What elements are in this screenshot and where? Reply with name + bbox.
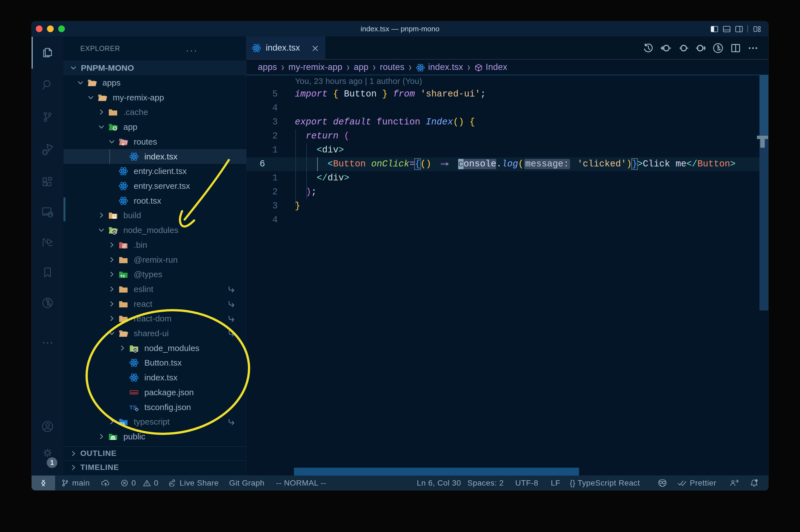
svg-text:JS: JS: [113, 230, 116, 233]
svg-text:TS: TS: [120, 274, 125, 278]
svg-text:npm: npm: [131, 391, 137, 394]
svg-text:10: 10: [123, 246, 126, 249]
svg-text:JS: JS: [134, 348, 137, 352]
svg-text:TS: TS: [120, 421, 125, 425]
